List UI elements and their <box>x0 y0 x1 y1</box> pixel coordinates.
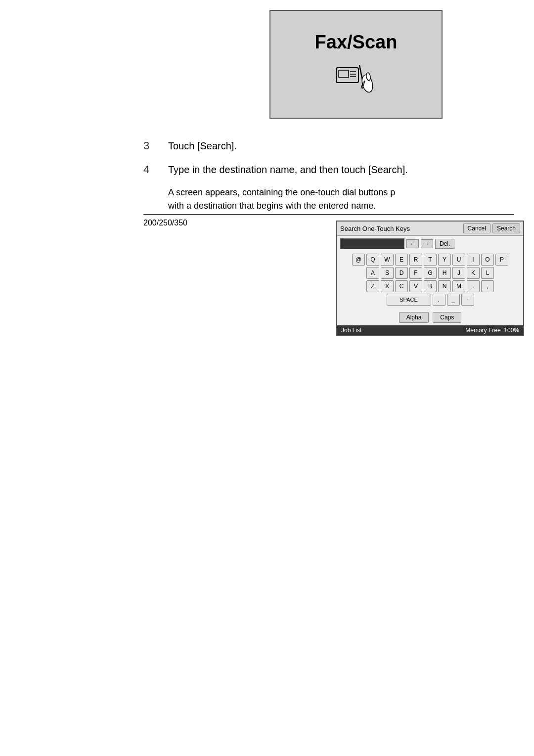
kb-space-row: SPACE , _ - <box>340 294 520 306</box>
kb-key-u[interactable]: U <box>452 254 465 266</box>
kb-key-f[interactable]: F <box>409 267 422 279</box>
kb-key-t[interactable]: T <box>424 254 437 266</box>
kb-space-button[interactable]: SPACE <box>387 294 431 306</box>
kb-key-period[interactable]: . <box>467 280 480 292</box>
kb-key-o[interactable]: O <box>481 254 494 266</box>
kb-key-q[interactable]: Q <box>366 254 379 266</box>
kb-key-comma2[interactable]: , <box>433 294 445 306</box>
kb-key-at[interactable]: @ <box>352 254 365 266</box>
kb-key-comma[interactable]: , <box>481 280 494 292</box>
kb-key-h[interactable]: H <box>438 267 451 279</box>
fax-scan-svg-icon <box>334 58 378 97</box>
kb-caps-button[interactable]: Caps <box>433 312 461 323</box>
kb-row-1: @ Q W E R T Y U I O P <box>340 254 520 266</box>
kb-row-2: A S D F G H J K L <box>340 267 520 279</box>
keyboard-ui: Search One-Touch Keys Cancel Search ← → … <box>336 221 524 336</box>
steps-container: 3 Touch [Search]. 4 Type in the destinat… <box>143 138 514 336</box>
kb-key-r[interactable]: R <box>409 254 422 266</box>
kb-key-p[interactable]: P <box>495 254 508 266</box>
kb-key-hyphen[interactable]: - <box>461 294 474 306</box>
kb-key-w[interactable]: W <box>381 254 394 266</box>
kb-key-y[interactable]: Y <box>438 254 451 266</box>
step-4-subtext: A screen appears, containing the one-tou… <box>168 186 514 213</box>
kb-key-i[interactable]: I <box>467 254 480 266</box>
footer-model: 200/250/350 <box>143 219 514 227</box>
kb-key-m[interactable]: M <box>452 280 465 292</box>
kb-arrow-left-button[interactable]: ← <box>406 239 419 248</box>
fax-scan-image: Fax/Scan <box>178 10 534 119</box>
kb-key-e[interactable]: E <box>395 254 408 266</box>
kb-alpha-button[interactable]: Alpha <box>399 312 429 323</box>
kb-arrow-right-button[interactable]: → <box>421 239 433 248</box>
kb-text-display <box>340 238 404 249</box>
kb-keys-area: @ Q W E R T Y U I O P A S D F <box>337 252 523 310</box>
kb-key-underscore[interactable]: _ <box>447 294 460 306</box>
kb-bottom-buttons: Alpha Caps <box>337 310 523 325</box>
kb-key-n[interactable]: N <box>438 280 451 292</box>
kb-key-a[interactable]: A <box>366 267 379 279</box>
kb-key-z[interactable]: Z <box>366 280 379 292</box>
svg-rect-1 <box>339 70 349 78</box>
kb-key-d[interactable]: D <box>395 267 408 279</box>
kb-job-list-label[interactable]: Job List <box>341 327 361 334</box>
kb-key-k[interactable]: K <box>467 267 480 279</box>
page-footer: 200/250/350 <box>143 214 514 227</box>
kb-key-x[interactable]: X <box>381 280 394 292</box>
kb-key-b[interactable]: B <box>424 280 437 292</box>
kb-key-g[interactable]: G <box>424 267 437 279</box>
step-4-number: 4 <box>143 162 168 176</box>
kb-key-j[interactable]: J <box>452 267 465 279</box>
kb-memory-label: Memory Free 100% <box>465 327 519 334</box>
step-4: 4 Type in the destination name, and then… <box>143 162 514 177</box>
kb-input-row: ← → Del. <box>337 236 523 252</box>
kb-del-button[interactable]: Del. <box>435 239 454 249</box>
step-3-number: 3 <box>143 138 168 152</box>
kb-row-3: Z X C V B N M . , <box>340 280 520 292</box>
kb-key-s[interactable]: S <box>381 267 394 279</box>
footer-divider <box>143 214 514 215</box>
kb-key-v[interactable]: V <box>409 280 422 292</box>
kb-footer: Job List Memory Free 100% <box>337 325 523 335</box>
fax-scan-title: Fax/Scan <box>315 32 398 53</box>
step-3-text: Touch [Search]. <box>168 138 237 153</box>
kb-key-l[interactable]: L <box>481 267 494 279</box>
step-4-text: Type in the destination name, and then t… <box>168 162 408 177</box>
kb-key-c[interactable]: C <box>395 280 408 292</box>
step-3: 3 Touch [Search]. <box>143 138 514 153</box>
